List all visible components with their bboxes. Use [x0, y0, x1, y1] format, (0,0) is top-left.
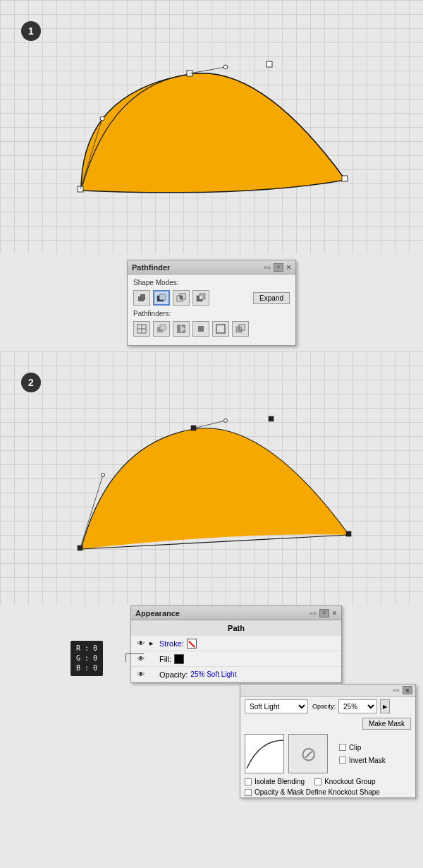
opacity-row[interactable]: 👁 Opacity: 25% Soft Light	[131, 667, 341, 682]
svg-rect-3	[342, 176, 348, 181]
stroke-eye-icon[interactable]: 👁	[135, 639, 147, 648]
svg-point-6	[100, 116, 104, 121]
fill-row[interactable]: 👁 Fill:	[131, 651, 341, 667]
rgb-tooltip: R : 0 G : 0 B : 0	[70, 641, 103, 676]
appearance-menu-btn[interactable]: ≡	[319, 609, 329, 617]
curve-thumbnail[interactable]	[245, 734, 284, 773]
opacity-arrow-btn[interactable]: ▶	[380, 699, 390, 713]
pf-outline-btn[interactable]	[212, 321, 229, 337]
svg-rect-24	[198, 326, 204, 332]
svg-rect-32	[346, 531, 351, 536]
clip-label: Clip	[349, 744, 361, 752]
section1-shape	[0, 0, 423, 254]
intersect-btn[interactable]	[173, 290, 190, 306]
pathfinder-title: Pathfinder	[132, 263, 170, 272]
mask-checkboxes: Clip Invert Mask	[335, 742, 390, 766]
minus-front-btn[interactable]	[153, 290, 170, 306]
stroke-arrow-icon[interactable]: ▶	[149, 641, 157, 646]
step1-badge: 1	[21, 21, 41, 41]
knockout-group-label: Knockout Group	[324, 778, 375, 785]
stroke-row[interactable]: 👁 ▶ Stroke:	[131, 636, 341, 651]
stroke-color-swatch[interactable]	[187, 639, 197, 649]
rgb-g: G : 0	[76, 653, 97, 663]
svg-rect-9	[140, 294, 145, 300]
appearance-panel: Appearance «« ≡ × Path 👁 ▶ Stroke: �	[130, 605, 342, 683]
pathfinder-panel-wrapper: Pathfinder «« ≡ × Shape Modes:	[0, 254, 423, 351]
pathfinders-row	[133, 321, 290, 337]
blend-mode-row: Soft Light Opacity: 25% ▶	[240, 697, 415, 716]
opacity-mask-row: Opacity & Mask Define Knockout Shape	[240, 787, 415, 797]
path-label: Path	[228, 624, 245, 632]
connector-line	[125, 653, 144, 654]
blend-double-arrow: ««	[393, 687, 400, 694]
pathfinder-double-arrow: ««	[264, 264, 271, 271]
thumbnail-area: ⊘ Clip Invert Mask	[240, 731, 415, 776]
svg-rect-14	[180, 296, 183, 299]
pathfinder-controls: «« ≡ ×	[264, 263, 291, 272]
svg-rect-37	[245, 734, 283, 773]
blend-mode-select[interactable]: Soft Light	[245, 699, 308, 713]
opacity-select[interactable]: 25%	[338, 699, 377, 713]
no-mask-symbol[interactable]: ⊘	[288, 734, 328, 773]
opacity-mask-checkbox[interactable]	[245, 789, 252, 796]
path-row: Path	[131, 620, 341, 636]
make-mask-btn[interactable]: Make Mask	[362, 718, 411, 730]
connector-vert	[125, 653, 126, 662]
pathfinder-titlebar: Pathfinder «« ≡ ×	[128, 260, 295, 275]
svg-line-34	[193, 421, 226, 428]
invert-mask-row: Invert Mask	[335, 755, 390, 766]
isolate-blending-checkbox[interactable]	[245, 778, 252, 785]
step2-badge: 2	[21, 373, 41, 392]
pathfinder-close[interactable]: ×	[286, 263, 291, 272]
pathfinders-label: Pathfinders:	[133, 310, 290, 318]
fill-label: Fill:	[159, 655, 171, 663]
blend-panel: «« ≡ Soft Light Opacity: 25% ▶ Make Mask	[240, 684, 416, 798]
appearance-close[interactable]: ×	[332, 608, 337, 618]
svg-rect-2	[266, 61, 272, 67]
unite-btn[interactable]	[133, 290, 150, 306]
pathfinder-menu-btn[interactable]: ≡	[274, 263, 283, 272]
pf-trim-btn[interactable]	[153, 321, 170, 337]
clip-row: Clip	[335, 742, 390, 753]
section2-canvas: 2	[0, 351, 423, 605]
blend-panel-container: «« ≡ Soft Light Opacity: 25% ▶ Make Mask	[120, 684, 296, 798]
blend-titlebar: «« ≡	[240, 685, 415, 697]
shape-modes-label: Shape Modes:	[133, 279, 290, 287]
fill-color-swatch[interactable]	[174, 654, 184, 664]
make-mask-row: Make Mask	[240, 716, 415, 731]
invert-mask-label: Invert Mask	[349, 757, 386, 764]
svg-point-7	[223, 65, 228, 69]
opacity-mask-label: Opacity & Mask Define Knockout Shape	[255, 788, 380, 796]
pf-minus-back-btn[interactable]	[232, 321, 249, 337]
expand-btn[interactable]: Expand	[253, 292, 290, 304]
opacity-eye-icon[interactable]: 👁	[135, 670, 147, 679]
invert-mask-checkbox[interactable]	[339, 757, 346, 764]
opacity-static-label: Opacity:	[312, 703, 336, 710]
clip-checkbox[interactable]	[339, 744, 346, 751]
rgb-r: R : 0	[76, 644, 97, 653]
curve-svg	[245, 734, 283, 773]
isolate-blending-label: Isolate Blending	[255, 778, 305, 785]
pf-merge-btn[interactable]	[173, 321, 190, 337]
svg-rect-17	[200, 296, 202, 299]
opacity-value[interactable]: 25% Soft Light	[190, 670, 236, 678]
bottom-panels-area: R : 0 G : 0 B : 0 Appearance «« ≡ × Path…	[0, 605, 423, 798]
knockout-group-checkbox[interactable]	[314, 778, 321, 785]
isolate-blending-row: Isolate Blending Knockout Group	[240, 776, 415, 787]
section1-canvas: 1	[0, 0, 423, 254]
svg-rect-25	[216, 325, 225, 333]
pf-crop-btn[interactable]	[192, 321, 209, 337]
svg-point-36	[224, 419, 228, 423]
appearance-double-arrow: ««	[309, 610, 317, 617]
pf-divide-btn[interactable]	[133, 321, 150, 337]
appearance-titlebar: Appearance «« ≡ ×	[131, 606, 341, 620]
shape-modes-row: Expand	[133, 290, 290, 306]
fill-eye-icon[interactable]: 👁	[135, 655, 147, 663]
pathfinder-body: Shape Modes:	[128, 275, 295, 345]
section2-shape	[0, 351, 423, 605]
exclude-btn[interactable]	[192, 290, 209, 306]
svg-rect-22	[160, 325, 166, 330]
svg-rect-31	[269, 416, 274, 421]
blend-menu-btn[interactable]: ≡	[403, 686, 412, 694]
svg-rect-11	[159, 294, 166, 300]
